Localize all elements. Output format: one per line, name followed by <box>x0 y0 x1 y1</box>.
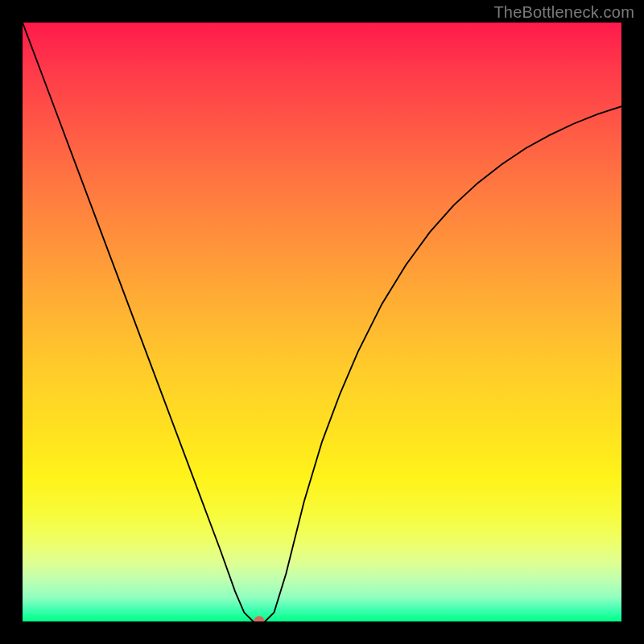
curve-path <box>23 23 621 621</box>
minimum-marker <box>254 616 264 621</box>
chart-frame: TheBottleneck.com <box>0 0 644 644</box>
bottleneck-curve <box>23 23 621 621</box>
plot-area <box>23 23 621 621</box>
attribution-text: TheBottleneck.com <box>493 3 634 22</box>
